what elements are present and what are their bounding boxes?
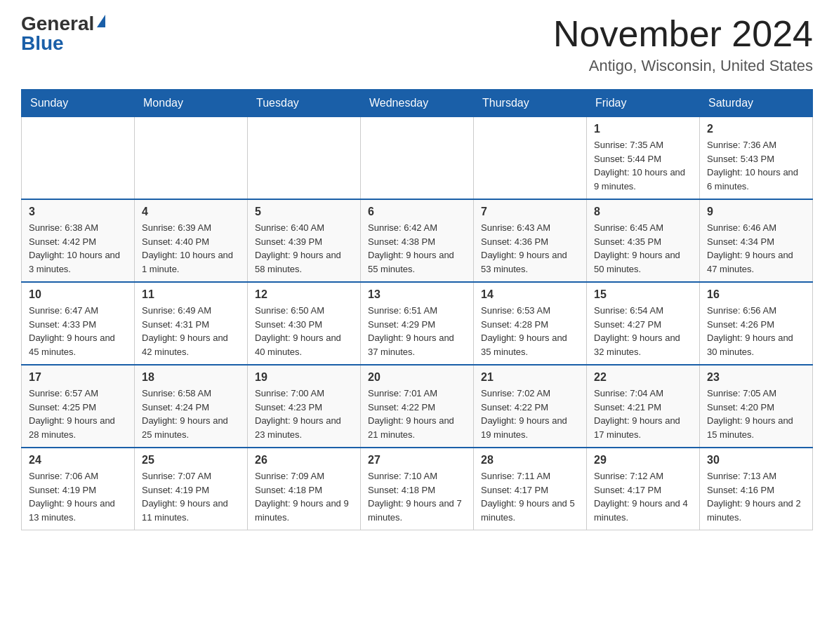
calendar-header-row: SundayMondayTuesdayWednesdayThursdayFrid… [22,90,813,117]
calendar-cell: 17Sunrise: 6:57 AM Sunset: 4:25 PM Dayli… [22,365,135,448]
day-info: Sunrise: 7:10 AM Sunset: 4:18 PM Dayligh… [368,469,466,524]
calendar-cell: 4Sunrise: 6:39 AM Sunset: 4:40 PM Daylig… [135,199,248,282]
calendar-cell: 6Sunrise: 6:42 AM Sunset: 4:38 PM Daylig… [361,199,474,282]
day-number: 29 [594,454,692,467]
calendar-cell: 1Sunrise: 7:35 AM Sunset: 5:44 PM Daylig… [587,117,700,200]
day-info: Sunrise: 7:01 AM Sunset: 4:22 PM Dayligh… [368,387,466,441]
day-number: 4 [142,206,240,218]
day-info: Sunrise: 6:47 AM Sunset: 4:33 PM Dayligh… [29,304,127,358]
day-number: 12 [255,288,353,301]
calendar-cell: 24Sunrise: 7:06 AM Sunset: 4:19 PM Dayli… [22,448,135,530]
month-title: November 2024 [553,14,813,54]
logo: General Blue [21,14,105,53]
calendar-cell: 14Sunrise: 6:53 AM Sunset: 4:28 PM Dayli… [474,282,587,365]
calendar-cell: 23Sunrise: 7:05 AM Sunset: 4:20 PM Dayli… [700,365,813,448]
location-text: Antigo, Wisconsin, United States [553,57,813,75]
day-number: 3 [29,206,127,218]
logo-triangle-icon [97,15,105,27]
day-number: 9 [707,206,805,218]
day-number: 7 [481,206,579,218]
calendar-cell: 26Sunrise: 7:09 AM Sunset: 4:18 PM Dayli… [248,448,361,530]
calendar-cell: 21Sunrise: 7:02 AM Sunset: 4:22 PM Dayli… [474,365,587,448]
calendar-cell: 9Sunrise: 6:46 AM Sunset: 4:34 PM Daylig… [700,199,813,282]
day-info: Sunrise: 7:13 AM Sunset: 4:16 PM Dayligh… [707,469,805,524]
calendar-cell: 11Sunrise: 6:49 AM Sunset: 4:31 PM Dayli… [135,282,248,365]
day-info: Sunrise: 6:49 AM Sunset: 4:31 PM Dayligh… [142,304,240,358]
day-number: 17 [29,371,127,384]
day-number: 2 [707,123,805,135]
calendar-cell: 20Sunrise: 7:01 AM Sunset: 4:22 PM Dayli… [361,365,474,448]
day-number: 10 [29,288,127,301]
calendar-cell [474,117,587,200]
day-info: Sunrise: 6:38 AM Sunset: 4:42 PM Dayligh… [29,221,127,276]
weekday-header-thursday: Thursday [474,90,587,117]
day-info: Sunrise: 7:35 AM Sunset: 5:44 PM Dayligh… [594,138,692,193]
day-info: Sunrise: 6:46 AM Sunset: 4:34 PM Dayligh… [707,221,805,276]
weekday-header-saturday: Saturday [700,90,813,117]
weekday-header-tuesday: Tuesday [248,90,361,117]
day-info: Sunrise: 7:05 AM Sunset: 4:20 PM Dayligh… [707,387,805,441]
calendar-cell: 30Sunrise: 7:13 AM Sunset: 4:16 PM Dayli… [700,448,813,530]
day-number: 15 [594,288,692,301]
day-info: Sunrise: 7:06 AM Sunset: 4:19 PM Dayligh… [29,469,127,524]
day-info: Sunrise: 6:45 AM Sunset: 4:35 PM Dayligh… [594,221,692,276]
day-number: 1 [594,123,692,135]
calendar-week-row: 17Sunrise: 6:57 AM Sunset: 4:25 PM Dayli… [22,365,813,448]
weekday-header-wednesday: Wednesday [361,90,474,117]
calendar-cell: 2Sunrise: 7:36 AM Sunset: 5:43 PM Daylig… [700,117,813,200]
calendar-table: SundayMondayTuesdayWednesdayThursdayFrid… [21,89,813,530]
day-number: 5 [255,206,353,218]
day-number: 19 [255,371,353,384]
day-info: Sunrise: 6:58 AM Sunset: 4:24 PM Dayligh… [142,387,240,441]
weekday-header-friday: Friday [587,90,700,117]
calendar-cell: 8Sunrise: 6:45 AM Sunset: 4:35 PM Daylig… [587,199,700,282]
day-number: 20 [368,371,466,384]
calendar-cell [22,117,135,200]
calendar-cell: 16Sunrise: 6:56 AM Sunset: 4:26 PM Dayli… [700,282,813,365]
day-info: Sunrise: 7:12 AM Sunset: 4:17 PM Dayligh… [594,469,692,524]
day-info: Sunrise: 6:54 AM Sunset: 4:27 PM Dayligh… [594,304,692,358]
day-number: 18 [142,371,240,384]
day-info: Sunrise: 6:56 AM Sunset: 4:26 PM Dayligh… [707,304,805,358]
day-info: Sunrise: 7:04 AM Sunset: 4:21 PM Dayligh… [594,387,692,441]
day-number: 6 [368,206,466,218]
day-number: 22 [594,371,692,384]
calendar-cell [135,117,248,200]
day-info: Sunrise: 6:40 AM Sunset: 4:39 PM Dayligh… [255,221,353,276]
day-info: Sunrise: 7:07 AM Sunset: 4:19 PM Dayligh… [142,469,240,524]
day-info: Sunrise: 6:51 AM Sunset: 4:29 PM Dayligh… [368,304,466,358]
day-number: 30 [707,454,805,467]
calendar-cell [248,117,361,200]
day-number: 24 [29,454,127,467]
day-info: Sunrise: 6:57 AM Sunset: 4:25 PM Dayligh… [29,387,127,441]
day-number: 28 [481,454,579,467]
logo-general-text: General [21,14,94,34]
day-number: 21 [481,371,579,384]
day-info: Sunrise: 7:36 AM Sunset: 5:43 PM Dayligh… [707,138,805,193]
calendar-cell: 22Sunrise: 7:04 AM Sunset: 4:21 PM Dayli… [587,365,700,448]
title-section: November 2024 Antigo, Wisconsin, United … [553,14,813,75]
day-number: 27 [368,454,466,467]
calendar-cell: 12Sunrise: 6:50 AM Sunset: 4:30 PM Dayli… [248,282,361,365]
calendar-cell: 29Sunrise: 7:12 AM Sunset: 4:17 PM Dayli… [587,448,700,530]
day-number: 26 [255,454,353,467]
day-number: 11 [142,288,240,301]
calendar-cell: 27Sunrise: 7:10 AM Sunset: 4:18 PM Dayli… [361,448,474,530]
calendar-cell: 18Sunrise: 6:58 AM Sunset: 4:24 PM Dayli… [135,365,248,448]
day-number: 13 [368,288,466,301]
day-number: 14 [481,288,579,301]
calendar-cell [361,117,474,200]
calendar-week-row: 3Sunrise: 6:38 AM Sunset: 4:42 PM Daylig… [22,199,813,282]
calendar-week-row: 1Sunrise: 7:35 AM Sunset: 5:44 PM Daylig… [22,117,813,200]
weekday-header-sunday: Sunday [22,90,135,117]
day-info: Sunrise: 6:50 AM Sunset: 4:30 PM Dayligh… [255,304,353,358]
day-info: Sunrise: 6:43 AM Sunset: 4:36 PM Dayligh… [481,221,579,276]
calendar-cell: 15Sunrise: 6:54 AM Sunset: 4:27 PM Dayli… [587,282,700,365]
day-info: Sunrise: 6:39 AM Sunset: 4:40 PM Dayligh… [142,221,240,276]
calendar-week-row: 10Sunrise: 6:47 AM Sunset: 4:33 PM Dayli… [22,282,813,365]
day-info: Sunrise: 7:00 AM Sunset: 4:23 PM Dayligh… [255,387,353,441]
calendar-week-row: 24Sunrise: 7:06 AM Sunset: 4:19 PM Dayli… [22,448,813,530]
calendar-cell: 7Sunrise: 6:43 AM Sunset: 4:36 PM Daylig… [474,199,587,282]
page-header: General Blue November 2024 Antigo, Wisco… [21,14,813,75]
day-info: Sunrise: 7:11 AM Sunset: 4:17 PM Dayligh… [481,469,579,524]
